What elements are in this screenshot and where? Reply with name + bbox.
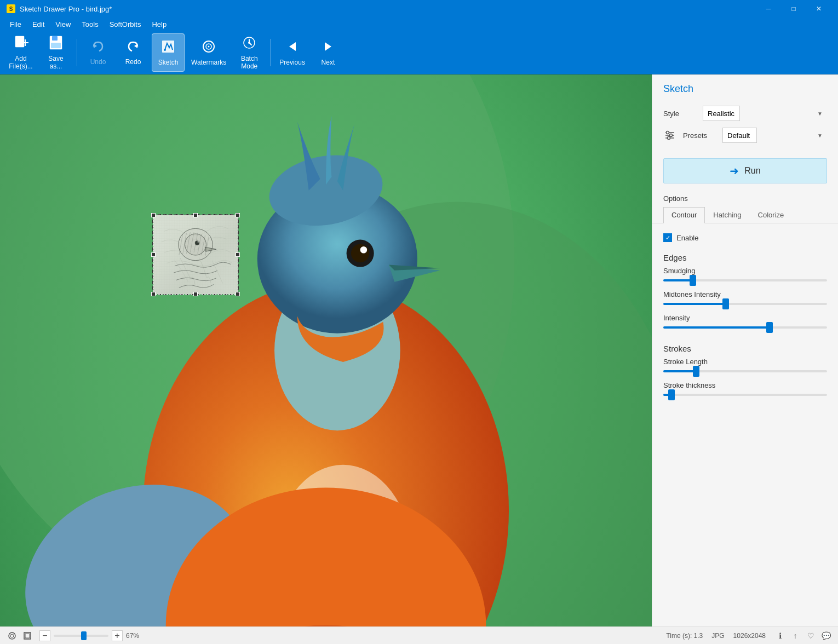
save-as-icon [48,35,64,53]
midtones-slider[interactable] [663,303,827,305]
menu-edit[interactable]: Edit [27,19,50,30]
status-view-icons [7,630,33,641]
smudging-thumb[interactable] [690,275,696,286]
stroke-length-slider-group: Stroke Length [663,358,827,372]
slider-section-edges: Smudging Midtones Intensity Intensity [652,264,838,340]
add-files-label: Add File(s)... [9,55,32,70]
redo-button[interactable]: Redo [117,33,150,72]
enable-label: Enable [676,234,698,242]
run-label: Run [744,166,760,176]
tab-contour[interactable]: Contour [663,207,705,223]
status-action-icons: ℹ ↑ ♡ 💬 [774,630,831,641]
share-icon[interactable]: ↑ [790,630,801,641]
menu-softorbits[interactable]: SoftOrbits [104,19,147,30]
midtones-label: Midtones Intensity [663,290,827,298]
panel-title: Sketch [652,74,838,101]
stroke-thickness-slider[interactable] [663,394,827,396]
svg-marker-7 [134,44,137,48]
status-bar: − + 67% Time (s): 1.3 JPG 1026x2048 ℹ ↑ … [0,626,838,644]
zoom-slider-track[interactable] [54,635,108,637]
menu-view[interactable]: View [50,19,76,30]
intensity-fill [663,326,770,329]
previous-button[interactable]: Previous [275,33,309,72]
style-label: Style [663,110,696,118]
midtones-thumb[interactable] [722,298,729,309]
sketch-label: Sketch [158,59,179,66]
redo-label: Redo [125,58,141,66]
maximize-button[interactable]: □ [781,0,806,18]
enable-checkbox[interactable]: ✓ [663,233,672,242]
menu-file[interactable]: File [4,19,27,30]
options-tabs: Contour Hatching Colorize [652,207,838,223]
stroke-length-thumb[interactable] [693,366,699,377]
stroke-thickness-thumb[interactable] [668,389,675,400]
svg-point-60 [668,137,670,140]
intensity-label: Intensity [663,314,827,322]
add-files-button[interactable]: Add File(s)... [4,33,37,72]
actual-size-icon[interactable] [22,630,33,641]
file-dimensions: 1026x2048 [733,632,766,640]
stroke-length-slider[interactable] [663,370,827,372]
smudging-label: Smudging [663,267,827,275]
fit-screen-icon[interactable] [7,630,18,641]
svg-point-14 [248,42,250,44]
watermarks-button[interactable]: Watermarks [187,33,231,72]
intensity-thumb[interactable] [766,322,773,333]
svg-point-62 [10,634,14,637]
presets-select[interactable]: Default Soft Hard Custom [722,128,757,143]
status-left: − + 67% [7,630,139,641]
style-select[interactable]: Realistic Cartoon Pencil Pastel [703,106,740,121]
svg-rect-64 [25,634,30,638]
sketch-icon [160,39,176,56]
batch-mode-button[interactable]: Batch Mode [233,33,266,72]
intensity-slider[interactable] [663,326,827,329]
svg-point-12 [208,45,210,47]
tab-colorize[interactable]: Colorize [750,207,793,223]
info-icon[interactable]: ℹ [774,630,785,641]
style-select-wrapper: Realistic Cartoon Pencil Pastel [703,106,827,121]
menu-tools[interactable]: Tools [76,19,104,30]
next-icon [320,39,336,56]
canvas-area[interactable] [0,74,652,626]
enable-row: ✓ Enable [652,230,838,249]
strokes-header: Strokes [652,340,838,355]
svg-point-61 [9,633,15,639]
next-button[interactable]: Next [312,33,345,72]
bird-scene [0,74,652,626]
close-button[interactable]: ✕ [806,0,831,18]
intensity-slider-group: Intensity [663,314,827,329]
redo-icon [126,39,140,56]
svg-marker-16 [325,42,331,51]
right-panel: Sketch Style Realistic Cartoon Pencil Pa… [652,74,838,626]
svg-point-58 [667,131,669,134]
save-as-button[interactable]: Save as... [39,33,72,72]
tab-hatching[interactable]: Hatching [705,207,749,223]
undo-button[interactable]: Undo [82,33,114,72]
svg-marker-6 [94,44,97,48]
separator-1 [77,39,77,66]
smudging-slider[interactable] [663,279,827,281]
run-button[interactable]: ➜ Run [663,158,827,183]
stroke-length-label: Stroke Length [663,358,827,366]
stroke-length-fill [663,370,696,372]
previous-label: Previous [279,59,305,66]
main-area: Sketch Style Realistic Cartoon Pencil Pa… [0,74,838,626]
svg-point-9 [164,49,166,51]
bird-svg [0,74,652,626]
undo-label: Undo [90,58,106,66]
favorite-icon[interactable]: ♡ [805,630,816,641]
window-controls: ─ □ ✕ [756,0,831,18]
zoom-in-button[interactable]: + [112,630,123,641]
canvas-image [0,74,652,626]
menu-help[interactable]: Help [146,19,172,30]
zoom-out-button[interactable]: − [39,630,50,641]
separator-2 [270,39,271,66]
feedback-icon[interactable]: 💬 [820,630,831,641]
zoom-slider-thumb[interactable] [81,631,87,640]
minimize-button[interactable]: ─ [756,0,781,18]
smudging-slider-group: Smudging [663,267,827,281]
midtones-fill [663,303,726,305]
svg-rect-5 [51,43,61,48]
zoom-value: 67% [126,632,139,640]
sketch-button[interactable]: Sketch [152,33,185,72]
